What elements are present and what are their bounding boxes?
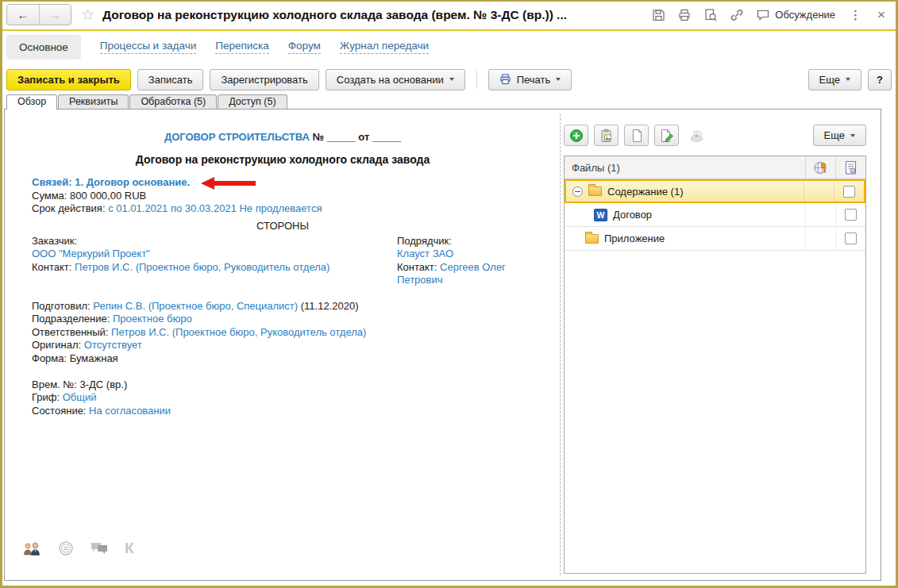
print-button[interactable]: Печать: [488, 69, 572, 90]
more-label: Еще: [819, 74, 840, 86]
help-button[interactable]: ?: [868, 69, 892, 90]
edit-icon: [659, 129, 674, 143]
scanner-icon: [689, 129, 704, 143]
stamp-label: Гриф:: [32, 391, 60, 403]
tab-processing[interactable]: Обработка (5): [129, 94, 217, 109]
section-nav: Основное Процессы и задачи Переписка Фор…: [0, 33, 898, 61]
contractor-block: Подрядчик: Клауст ЗАО Контакт: Сергеев О…: [397, 235, 522, 287]
help-label: ?: [877, 74, 883, 86]
discussion-label: Обсуждение: [775, 9, 835, 21]
k-badge-icon: К: [125, 540, 134, 557]
chat-icon[interactable]: [90, 541, 109, 555]
row-checkbox[interactable]: [845, 233, 857, 244]
file-row-attachment-folder[interactable]: Приложение: [565, 227, 865, 251]
nav-processes[interactable]: Процессы и задачи: [100, 40, 196, 53]
customer-name-link[interactable]: ООО "Меркурий Проект": [32, 248, 150, 259]
save-icon[interactable]: [651, 8, 665, 22]
period-value[interactable]: с 01.01.2021 по 30.03.2021 Не продлевает…: [108, 202, 322, 214]
tab-overview[interactable]: Обзор: [6, 94, 57, 110]
preview-icon[interactable]: [703, 8, 718, 22]
nav-journal[interactable]: Журнал передачи: [340, 40, 429, 53]
original-label: Оригинал:: [32, 339, 81, 351]
discussion-button[interactable]: Обсуждение: [756, 8, 835, 22]
folder-icon: [585, 234, 599, 244]
more-button[interactable]: Еще: [808, 69, 861, 90]
titlebar-actions: Обсуждение ⋮ ×: [651, 7, 887, 23]
checkbox-cell: [835, 203, 865, 226]
stamp-link[interactable]: Общий: [63, 391, 97, 403]
scan-button[interactable]: [684, 125, 709, 146]
status-block: Врем. №: 3-ДС (вр.) Гриф: Общий Состояни…: [32, 379, 171, 417]
contract-kind-link[interactable]: ДОГОВОР СТРОИТЕЛЬСТВА: [164, 131, 310, 143]
participants-icon[interactable]: [22, 542, 42, 555]
files-toolbar: Еще: [564, 125, 866, 146]
file-row-label: Содержание (1): [607, 186, 683, 198]
row-checkbox[interactable]: [843, 186, 855, 198]
edit-file-button[interactable]: [654, 125, 679, 146]
seal-column-icon[interactable]: [835, 156, 865, 179]
close-icon[interactable]: ×: [876, 7, 887, 23]
signature-column-icon[interactable]: [805, 156, 835, 179]
tab-content: ДОГОВОР СТРОИТЕЛЬСТВА № _____ от _____ Д…: [4, 109, 881, 581]
create-from-label: Создать на основании: [337, 74, 444, 86]
original-link[interactable]: Отсутствует: [84, 339, 142, 351]
responsible-label: Ответственный:: [32, 326, 108, 338]
signature-cell: [805, 203, 835, 226]
paste-file-button[interactable]: [594, 125, 619, 146]
history-nav: ← →: [6, 4, 71, 25]
file-row-content-folder[interactable]: Содержание (1): [565, 179, 865, 203]
titlebar: ← → ☆ Договор на реконструкцию холодного…: [0, 0, 898, 29]
add-file-button[interactable]: [564, 125, 588, 146]
discussion-icon: [756, 8, 770, 22]
signature-cell: [804, 181, 834, 202]
tab-access[interactable]: Доступ (5): [218, 94, 287, 109]
create-from-button[interactable]: Создать на основании: [326, 69, 465, 90]
nav-main[interactable]: Основное: [6, 35, 81, 60]
accent-line: [0, 29, 898, 31]
row-checkbox[interactable]: [845, 209, 857, 221]
file-row-contract[interactable]: W Договор: [565, 203, 865, 227]
responsibility-block: Подготовил: Репин С.В. (Проектное бюро, …: [32, 300, 366, 365]
more-menu-icon[interactable]: ⋮: [847, 8, 864, 22]
word-file-icon: W: [594, 209, 607, 221]
state-link[interactable]: На согласовании: [89, 405, 171, 417]
save-button[interactable]: Записать: [137, 69, 204, 90]
department-link[interactable]: Проектное бюро: [113, 313, 192, 325]
page-tabs: Обзор Реквизиты Обработка (5) Доступ (5): [6, 94, 288, 110]
chevron-down-icon: [449, 78, 454, 81]
back-button[interactable]: ←: [7, 5, 39, 25]
amount-label: Сумма:: [32, 190, 67, 202]
responsible-link[interactable]: Петров И.С. (Проектное бюро, Руководител…: [111, 326, 366, 338]
print-label: Печать: [517, 74, 551, 86]
collapse-icon[interactable]: [572, 186, 583, 197]
tab-details[interactable]: Реквизиты: [58, 94, 129, 109]
register-button[interactable]: Зарегистрировать: [210, 69, 318, 90]
print-icon[interactable]: [677, 8, 692, 22]
contractor-name-link[interactable]: Клауст ЗАО: [397, 248, 453, 259]
summary-block: Связей: 1. Договор основание. Сумма: 800…: [32, 176, 322, 215]
files-more-button[interactable]: Еще: [813, 125, 866, 146]
customer-contact-link[interactable]: Петров И.С. (Проектное бюро, Руководител…: [75, 261, 330, 273]
new-file-button[interactable]: [624, 125, 649, 146]
nav-forum[interactable]: Форум: [288, 40, 321, 53]
link-icon[interactable]: [730, 8, 744, 22]
amount-value: 800 000,00 RUB: [70, 190, 146, 202]
forward-button[interactable]: →: [39, 5, 71, 25]
seal-icon[interactable]: [58, 540, 74, 556]
command-bar: Записать и закрыть Записать Зарегистриро…: [0, 67, 898, 91]
save-close-button[interactable]: Записать и закрыть: [6, 69, 131, 90]
relations-link[interactable]: Связей: 1. Договор основание.: [32, 176, 190, 188]
new-file-icon: [630, 129, 644, 143]
favorite-star-icon[interactable]: ☆: [81, 6, 94, 24]
state-label: Состояние:: [32, 405, 86, 417]
prepared-link[interactable]: Репин С.В. (Проектное бюро, Специалист): [93, 300, 298, 312]
panel-splitter[interactable]: [560, 114, 561, 575]
save-close-label: Записать и закрыть: [17, 74, 120, 86]
nav-mail[interactable]: Переписка: [215, 40, 269, 53]
folder-icon: [588, 186, 602, 196]
customer-block: Заказчик: ООО "Меркурий Проект" Контакт:…: [32, 235, 330, 274]
contractor-label: Подрядчик:: [397, 235, 522, 248]
chevron-down-icon: [850, 134, 855, 137]
window-title: Договор на реконструкцию холодного склад…: [102, 8, 567, 22]
files-header-title: Файлы (1): [565, 156, 805, 179]
